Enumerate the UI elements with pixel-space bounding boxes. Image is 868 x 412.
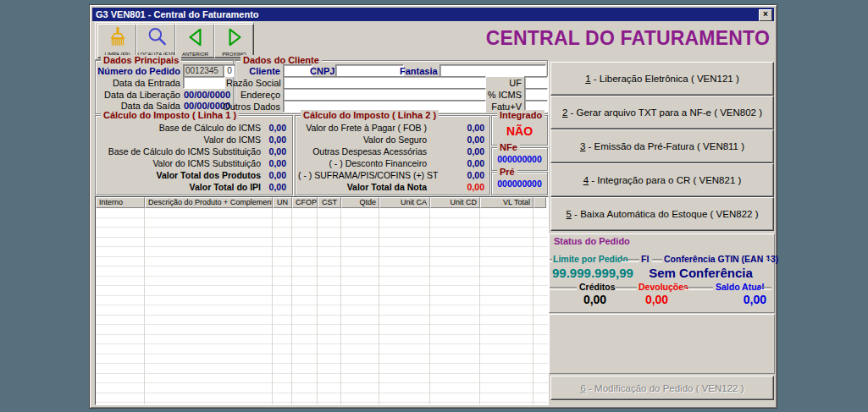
creditos-value: 0,00 [563, 293, 627, 306]
creditos-label: Créditos [579, 282, 616, 292]
etched-divider [621, 259, 639, 262]
table-header: Interno Descrição do Produto + Complemen… [96, 197, 546, 208]
column-header[interactable]: Descrição do Produto + Complemento [145, 197, 273, 208]
action-label: - Gerar arquivo TXT para a NF-e ( VEN802… [567, 107, 762, 118]
tax-value: 0,00 [442, 182, 484, 192]
modificacao-pedido-button[interactable]: 6 - Modificação do Pedido ( VEN122 ) [550, 376, 774, 400]
limite-pedido-value: 99.999.999,99 [552, 266, 633, 280]
data-entrada-field[interactable] [183, 76, 225, 89]
etched-divider [684, 287, 713, 290]
fantasia-field[interactable] [440, 64, 546, 77]
data-liberacao-label: Data da Liberação [93, 90, 180, 100]
endereco-field[interactable] [283, 88, 486, 101]
integrado-value: NÃO [492, 124, 547, 138]
etched-divider [760, 287, 771, 290]
tax-label: Valor do ICMS Substituição [98, 158, 261, 168]
action-label: - Liberação Eletrônica ( VEN121 ) [591, 74, 739, 84]
limpa-button[interactable]: LIMPA (F9) [97, 24, 137, 58]
items-table[interactable]: Interno Descrição do Produto + Complemen… [95, 196, 549, 405]
icms-field[interactable] [524, 88, 548, 101]
anterior-button[interactable]: ANTERIOR [175, 24, 215, 58]
data-liberacao-value: 00/00/0000 [184, 90, 230, 100]
column-header[interactable]: VL Total [480, 197, 534, 208]
razao-social-label: Razão Social [226, 78, 280, 88]
gerar-txt-nfe-button[interactable]: 2 - Gerar arquivo TXT para a NF-e ( VEN8… [550, 96, 774, 129]
devolucoes-label: Devoluções [639, 282, 688, 292]
cliente-label: Cliente [238, 66, 280, 76]
uf-label: UF [495, 78, 522, 88]
nfe-value: 000000000 [492, 154, 547, 164]
tax-label: ( - ) Desconto Financeiro [298, 158, 427, 168]
group-title: Integrado [497, 110, 545, 120]
column-header[interactable]: Interno [96, 197, 145, 208]
tax-label: Valor do Frete à Pagar ( FOB ) [298, 123, 427, 133]
saldo-atual-label: Saldo Atual [716, 282, 764, 292]
tax-label: Valor do Seguro [298, 135, 427, 145]
desktop: G3 VEN801 - Central do Faturamento × LIM… [0, 0, 868, 412]
column-separator [533, 208, 534, 404]
tax-value: 0,00 [244, 146, 286, 157]
action-label: - Modificação do Pedido ( VEN122 ) [586, 383, 744, 393]
tax-label: Valor do ICMS [98, 135, 261, 145]
column-header-spacer [534, 197, 546, 208]
status-panel-title: Status do Pedido [554, 236, 630, 246]
column-header[interactable]: UN [273, 197, 292, 208]
group-title: Cálculo do Imposto ( Linha 1 ) [101, 110, 239, 120]
uf-field[interactable] [524, 76, 548, 89]
emissao-pre-fatura-button[interactable]: 3 - Emissão da Pré-Fatura ( VEN811 ) [550, 129, 774, 163]
tax-value: 0,00 [442, 170, 484, 180]
localiza-button[interactable]: LOCALIZA (F10) [136, 24, 176, 58]
column-header[interactable]: Unit CD [430, 197, 480, 208]
integracao-cr-button[interactable]: 4 - Integração para o CR ( VEN821 ) [550, 163, 774, 197]
data-entrada-label: Data da Entrada [93, 78, 180, 88]
tax-value: 0,00 [442, 123, 484, 133]
group-title: NFe [497, 142, 520, 152]
gtin-label: Conferência GTIN (EAN 13) [664, 254, 778, 264]
razao-social-field[interactable] [283, 76, 486, 89]
cnpj-field[interactable] [335, 64, 404, 77]
action-label: - Integração para o CR ( VEN821 ) [589, 175, 741, 185]
tax-label: Base de Cálculo do ICMS Substituição [98, 146, 261, 157]
tax-value: 0,00 [442, 135, 484, 145]
toolbar-button-label: ANTERIOR [176, 52, 214, 57]
action-label: - Emissão da Pré-Fatura ( VEN811 ) [585, 141, 744, 151]
group-title: Pré [497, 167, 517, 177]
column-separator [429, 208, 430, 404]
column-separator [340, 208, 341, 404]
proximo-button[interactable]: PROXIMO [214, 24, 254, 58]
limite-pedido-label: Limite por Pedido [553, 254, 628, 264]
integrado-group: Integrado NÃO [491, 115, 548, 146]
etched-divider [766, 259, 771, 262]
tax-label: Valor Total da Nota [298, 182, 427, 192]
icms-label: % ICMS [486, 90, 522, 100]
numero-pedido-label: Número do Pedido [93, 66, 180, 76]
baixa-estoque-button[interactable]: 5 - Baixa Automática do Estoque ( VEN822… [550, 197, 774, 231]
close-icon[interactable]: × [759, 9, 772, 21]
column-separator [317, 208, 318, 404]
title-bar[interactable]: G3 VEN801 - Central do Faturamento × [92, 8, 774, 21]
tax-value: 0,00 [244, 135, 286, 145]
column-header[interactable]: Unit CA [379, 197, 430, 208]
liberacao-eletronica-button[interactable]: 1 - Liberação Eletrônica ( VEN121 ) [550, 62, 774, 96]
tax-value: 0,00 [442, 146, 484, 157]
table-body[interactable] [96, 208, 548, 404]
tax-label: Outras Despesas Acessórias [298, 146, 427, 157]
column-header[interactable]: CFOP [292, 197, 318, 208]
numero-pedido-field[interactable]: 0012345 [183, 64, 225, 77]
spacer-panel [549, 314, 775, 374]
column-header[interactable]: CST [318, 197, 341, 208]
devolucoes-value: 0,00 [625, 293, 688, 306]
tax-value: 0,00 [244, 170, 286, 180]
pre-value: 000000000 [492, 179, 547, 189]
column-separator [144, 208, 145, 404]
etched-divider [550, 259, 552, 262]
column-header[interactable]: Qtde [341, 197, 379, 208]
etched-divider [550, 287, 577, 290]
cliente-field[interactable] [283, 64, 312, 77]
saldo-atual-value: 0,00 [703, 293, 766, 306]
arrow-right-icon [224, 36, 246, 51]
etched-divider [616, 287, 637, 290]
tax-value: 0,00 [244, 182, 286, 192]
gtin-value: Sem Conferência [631, 266, 771, 280]
column-separator [291, 208, 292, 404]
